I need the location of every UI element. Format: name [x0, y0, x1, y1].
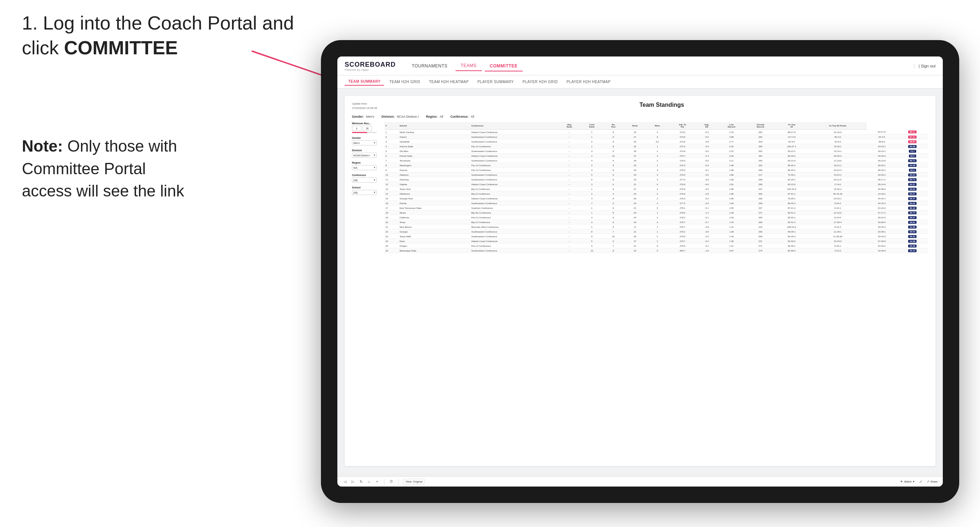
- table-cell: 8: [603, 196, 623, 201]
- standings-table-area: # School Conference RegRank ConfRank NoT…: [384, 122, 928, 459]
- sub-nav-player-h2h-heatmap[interactable]: PLAYER H2H HEATMAP: [563, 78, 614, 85]
- min-rounds-min-input[interactable]: 4: [352, 126, 361, 131]
- table-cell: 1.90: [717, 177, 746, 182]
- toolbar-forward-icon[interactable]: ▷: [350, 479, 356, 484]
- watch-button[interactable]: 👁 Watch ▾: [900, 480, 914, 483]
- division-filter-section: Division NCAA Division I ▾: [352, 149, 379, 158]
- table-cell: 23: [624, 177, 647, 182]
- sub-nav-team-h2h-grid[interactable]: TEAM H2H GRID: [385, 78, 424, 85]
- table-cell: –: [558, 135, 581, 139]
- table-row: 10AlabamaSoutheastern Conference–5623327…: [384, 172, 928, 177]
- table-cell: 23-33-1: [867, 243, 896, 248]
- school-select[interactable]: (All) ▾: [352, 190, 377, 195]
- standings-title: Team Standings: [640, 102, 684, 108]
- toolbar-add-icon[interactable]: +: [375, 479, 380, 484]
- sign-out-link[interactable]: | Sign out: [914, 64, 935, 68]
- table-cell: Arizona State: [398, 144, 470, 149]
- watch-label: Watch: [904, 480, 912, 483]
- table-cell: 6: [603, 149, 623, 154]
- table-cell: 4-21-0: [808, 248, 867, 253]
- table-cell: -5.5: [697, 158, 717, 163]
- table-row: 13Texas TechBig 12 Conference–19272276.9…: [384, 187, 928, 191]
- division-select[interactable]: NCAA Division I ▾: [352, 153, 377, 158]
- table-cell: 1.85: [717, 196, 746, 201]
- sub-nav-team-summary[interactable]: TEAM SUMMARY: [345, 78, 384, 86]
- gender-label: Gender:: [352, 115, 364, 119]
- table-cell: 76-29-1: [775, 196, 808, 201]
- table-cell: -3.8: [697, 177, 717, 182]
- table-cell: 9: [603, 201, 623, 206]
- table-cell: –: [558, 239, 581, 243]
- table-cell: Texas: [398, 220, 470, 224]
- table-row: 5Ole MissSoutheastern Conference–3618127…: [384, 149, 928, 154]
- table-cell: -3.8: [697, 224, 717, 229]
- toolbar-reload-icon[interactable]: ↻: [358, 479, 364, 484]
- content-card: Update time: 27/03/2024 16:56:26 Team St…: [345, 96, 935, 466]
- gender-select[interactable]: Men's ▾: [352, 140, 377, 145]
- table-cell: –: [558, 243, 581, 248]
- table-cell: 11-38-28: [808, 234, 867, 239]
- toolbar-back-icon[interactable]: ◁: [342, 479, 348, 484]
- table-cell: Washington: [398, 163, 470, 168]
- share-button[interactable]: ↗ Share: [927, 480, 938, 483]
- min-rounds-max-input[interactable]: 30: [363, 126, 372, 131]
- table-cell: 262: [746, 163, 775, 168]
- table-cell: 1: [581, 210, 603, 215]
- table-cell: 277.5: [668, 201, 697, 206]
- table-cell: 8: [384, 163, 398, 168]
- gender-value: Men's: [366, 115, 374, 119]
- nav-teams[interactable]: TEAMS: [455, 61, 482, 71]
- table-cell: 34-25-2: [867, 201, 896, 206]
- rounds-slider[interactable]: [352, 132, 377, 133]
- table-cell: 2: [581, 191, 603, 196]
- table-cell: Pac-12 Conference: [470, 168, 558, 172]
- sub-nav-player-summary[interactable]: PLAYER SUMMARY: [474, 78, 517, 85]
- table-cell: 277.0: [668, 177, 697, 182]
- table-cell: 33-38-4: [867, 220, 896, 224]
- toolbar-clock-icon[interactable]: ⏱: [389, 479, 394, 484]
- toolbar-home-icon[interactable]: ⌂: [366, 479, 372, 484]
- table-cell: 280.7: [668, 248, 697, 253]
- table-cell: East Tennessee State: [398, 206, 470, 210]
- table-cell: 6: [603, 172, 623, 177]
- sub-nav-player-h2h-grid[interactable]: PLAYER H2H GRID: [519, 78, 562, 85]
- table-cell: Southeastern Conference: [470, 158, 558, 163]
- conference-value: All: [471, 115, 474, 119]
- view-original-button[interactable]: View: Original: [403, 479, 425, 484]
- table-cell: 1.41: [717, 224, 746, 229]
- table-cell: 255: [746, 158, 775, 163]
- table-cell: –: [558, 224, 581, 229]
- school-filter-section: School (All) ▾: [352, 186, 379, 195]
- table-cell: 8: [581, 229, 603, 234]
- nav-tournaments[interactable]: TOURNAMENTS: [407, 61, 453, 71]
- table-cell: 279.7: [668, 239, 697, 243]
- table-cell: Atlantic Coast Conference: [470, 130, 558, 135]
- table-cell: 276.9: [668, 191, 697, 196]
- table-cell: Auburn: [398, 135, 470, 139]
- table-cell: 30-15-18: [808, 191, 867, 196]
- sub-nav-team-h2h-heatmap[interactable]: TEAM H2H HEATMAP: [425, 78, 473, 85]
- table-cell: 23: [624, 130, 647, 135]
- nav-committee[interactable]: COMMITTEE: [485, 61, 523, 71]
- main-content: Update time: 27/03/2024 16:56:26 Team St…: [337, 89, 943, 473]
- table-cell: –: [558, 163, 581, 168]
- col-reg-rank: RegRank: [558, 122, 581, 130]
- table-cell: 265: [746, 144, 775, 149]
- table-cell: –: [558, 191, 581, 196]
- conference-select[interactable]: (All) ▾: [352, 178, 377, 183]
- region-select[interactable]: N/A ▾: [352, 165, 377, 170]
- table-cell: –: [558, 248, 581, 253]
- region-filter-display: Region: All: [426, 115, 443, 119]
- toolbar-expand-icon[interactable]: ⤢: [918, 479, 923, 484]
- table-cell: 59-39-1: [775, 229, 808, 234]
- sidebar-filters: Minimum Rou... 4 30 Gender Men's ▾: [352, 122, 379, 459]
- table-cell: –: [558, 196, 581, 201]
- table-cell: 90-33-2: [775, 239, 808, 243]
- table-cell: 17-33-4: [808, 220, 867, 224]
- table-cell: 1.63: [717, 201, 746, 206]
- table-cell: Big Ten Conference: [470, 210, 558, 215]
- table-cell: 11: [384, 177, 398, 182]
- table-cell: -5.1: [697, 215, 717, 220]
- table-cell: Big 12 Conference: [470, 220, 558, 224]
- share-label: Share: [931, 480, 938, 483]
